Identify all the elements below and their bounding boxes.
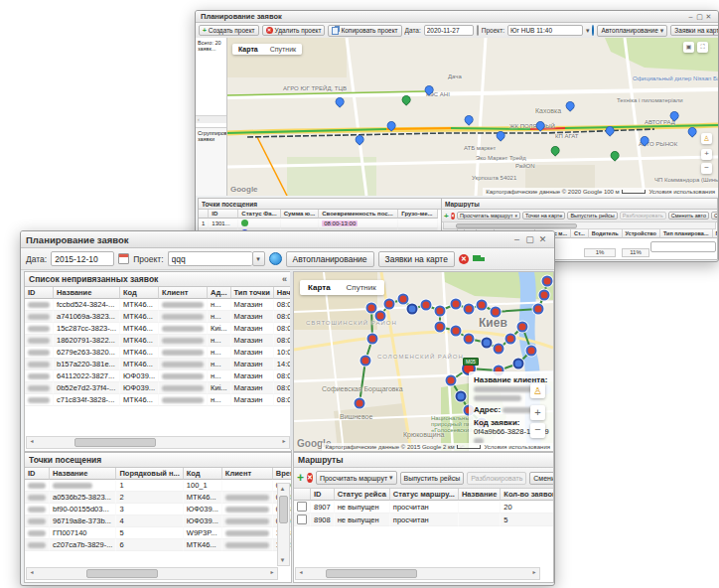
bg-map-button[interactable]: Карта [232, 44, 264, 55]
bg-routes-hscrollbar[interactable] [443, 221, 716, 229]
bg-change-time-button[interactable]: Сменить время [711, 212, 717, 220]
refresh-globe-button[interactable] [592, 25, 594, 36]
table-row[interactable]: ГП0071405W9P3P...10:18:541 [25, 527, 291, 539]
column-header[interactable]: Начало работ [274, 287, 291, 299]
bg-unlock-button[interactable]: Разблокировать [620, 212, 666, 220]
column-header[interactable]: ID [311, 489, 335, 501]
table-row[interactable]: 0b52e7d2-37f4-...ЮФ039...Киі...Магазин08… [25, 382, 291, 394]
column-header[interactable]: Статус рейса [335, 489, 390, 501]
table-row[interactable]: c71c834f-3828-...МТК46...н...Магазин08:0… [25, 394, 291, 406]
change-auto-button[interactable]: Сменить авто [529, 472, 553, 485]
map-pin-icon[interactable] [549, 144, 562, 157]
table-row[interactable]: 1100_109:00:000 [25, 480, 291, 492]
column-header[interactable]: Название [459, 489, 501, 501]
route-point-marker[interactable] [526, 346, 537, 357]
bg-minimize-button[interactable]: – [686, 13, 695, 20]
map-pin-icon[interactable] [423, 83, 436, 96]
map-pin-icon[interactable] [385, 119, 398, 132]
column-header[interactable]: Статус Фа... [238, 210, 280, 219]
bg-change-auto-button[interactable]: Сменить авто [668, 212, 709, 220]
sidebar-hscrollbar[interactable]: ‹› [196, 115, 226, 123]
remove-route-icon[interactable]: ✕ [307, 473, 313, 483]
fg-zoom-out-button[interactable]: − [530, 423, 545, 438]
map-pin-icon[interactable] [686, 125, 699, 138]
map-pin-icon[interactable] [463, 113, 476, 126]
fullscreen-icon[interactable]: ⛶ [697, 42, 708, 53]
route-point-marker[interactable] [451, 326, 462, 337]
create-project-button[interactable]: +Создать проект [199, 25, 259, 36]
map-pin-icon[interactable] [495, 129, 507, 142]
bg-zoom-in-button[interactable]: + [701, 149, 712, 160]
calc-route-button[interactable]: Просчитать маршрут▾ [316, 471, 397, 485]
chevron-down-icon[interactable]: ▾ [586, 27, 590, 35]
fg-project-select[interactable] [168, 251, 252, 266]
copy-project-button[interactable]: Копировать проект [328, 25, 401, 37]
table-row[interactable]: 8907не выпущенпросчитан20SGU_TST1 ( [294, 501, 553, 514]
map-pin-icon[interactable] [564, 99, 577, 112]
bg-group-orders-panel[interactable]: Сгруппировать заявки [196, 128, 226, 196]
bg-calc-route-button[interactable]: Просчитать маршрут▾ [457, 212, 520, 220]
fg-truck-button[interactable] [473, 255, 485, 263]
map-pin-icon[interactable] [534, 119, 547, 132]
route-point-marker[interactable] [435, 322, 446, 333]
bg-close-button[interactable]: ✕ [704, 13, 713, 20]
route-point-marker[interactable] [384, 299, 395, 310]
route-point-marker[interactable] [398, 294, 409, 305]
bg-project-select[interactable] [507, 25, 583, 36]
foreground-map[interactable]: Карта Спутник КоцюбинскоеСВЯТОШИНСКИЙ РА… [293, 271, 554, 452]
table-row[interactable]: 6279e263-3820...МТК46...н...Магазин10:00… [25, 347, 291, 359]
map-pin-icon[interactable] [604, 124, 617, 137]
table-row[interactable]: 96719a8e-373b...4ЮФ039...09:59:231 [25, 515, 291, 527]
fg-pegman-control[interactable]: ♙ [530, 383, 545, 398]
table-row[interactable]: b157a220-381e...МТК46...н...Магазин14:00… [25, 359, 291, 370]
table-row[interactable]: 15c287cc-3823-...МТК46...Киі...Магазин08… [25, 323, 291, 335]
table-row[interactable]: a0536b25-3823...2МТК46...09:35:440 [25, 492, 291, 504]
visits-vscrollbar[interactable]: ▲▼ [277, 483, 290, 566]
route-point-marker[interactable] [539, 290, 550, 301]
bg-points-on-map-button[interactable]: Точки на карте [522, 212, 565, 220]
column-header[interactable] [199, 210, 209, 219]
route-point-marker[interactable] [494, 344, 504, 355]
bg-titlebar[interactable]: Планирование заявок – ▢ ✕ [196, 11, 718, 23]
bg-release-trips-button[interactable]: Выпустить рейсы [567, 212, 617, 220]
fg-terms-link[interactable]: Условия использования [484, 444, 550, 450]
fg-close-button[interactable]: ✕ [536, 235, 549, 244]
route-point-marker[interactable] [464, 334, 475, 345]
foreground-window[interactable]: Планирование заявок – ▢ ✕ Дата: Проект: … [20, 230, 555, 586]
route-point-marker[interactable] [517, 322, 528, 333]
route-point-marker[interactable] [491, 307, 502, 318]
column-header[interactable]: Сумма ю... [281, 210, 320, 219]
fg-cancel-button[interactable]: ✕ [459, 254, 469, 264]
map-pin-icon[interactable] [639, 134, 651, 147]
fg-project-dropdown-button[interactable]: ▾ [252, 251, 265, 266]
unlock-button[interactable]: Разблокировать [467, 472, 526, 485]
column-header[interactable]: Название [54, 287, 120, 299]
map-pin-icon[interactable] [354, 133, 366, 146]
route-point-marker[interactable] [451, 299, 462, 310]
collapse-panel-icon[interactable]: « [282, 275, 287, 284]
table-row[interactable]: bf90-00155d03...3ЮФ039...09:48:190 [25, 504, 291, 515]
bg-terms-link[interactable]: Условия использования [648, 189, 715, 195]
column-header[interactable]: Тип точки [231, 287, 274, 299]
map-pin-icon[interactable] [609, 149, 622, 162]
table-row[interactable]: 64112022-3827...ЮФ039...н...Магазин08:00… [25, 370, 291, 382]
column-header[interactable]: ID [25, 468, 50, 480]
table-row[interactable]: c207ca7b-3829-...6МТК46...10:23:051 [25, 539, 291, 551]
delete-project-button[interactable]: ✕Удалить проект [262, 25, 326, 36]
visits-hscrollbar[interactable]: ◂▸ [26, 567, 278, 580]
column-header[interactable]: Водитель [589, 229, 623, 238]
bg-date-input[interactable] [424, 25, 474, 36]
row-checkbox[interactable] [297, 514, 307, 524]
column-header[interactable]: ID [209, 210, 238, 219]
route-point-marker[interactable] [456, 391, 467, 402]
release-trips-button[interactable]: Выпустить рейсы [400, 472, 465, 485]
column-header[interactable]: Клиент [222, 468, 273, 480]
calendar-icon[interactable] [477, 25, 479, 36]
route-point-marker[interactable] [533, 304, 544, 315]
route-point-marker[interactable] [360, 356, 371, 367]
fg-satellite-button[interactable]: Спутник [339, 280, 384, 295]
fg-orders-on-map-button[interactable]: Заявки на карте [378, 251, 455, 267]
add-route-icon[interactable]: + [297, 471, 304, 485]
route-point-marker[interactable] [407, 304, 418, 315]
layers-toggle-icon[interactable]: ▣ [683, 42, 694, 53]
